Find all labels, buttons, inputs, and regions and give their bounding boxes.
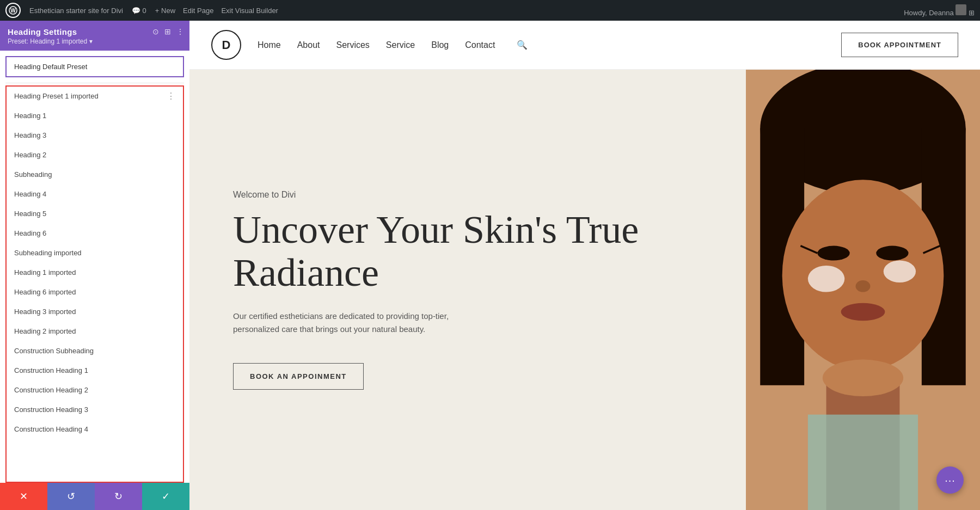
svg-point-14 — [884, 261, 916, 282]
save-button[interactable]: ✓ — [142, 483, 189, 510]
list-item[interactable]: Heading Preset 1 imported ⋮ — [7, 87, 183, 106]
svg-point-11 — [856, 280, 871, 292]
new-post-button[interactable]: + New — [155, 7, 175, 15]
item-dots-icon[interactable]: ⋮ — [167, 91, 175, 101]
exit-builder-button[interactable]: Exit Visual Builder — [221, 7, 278, 15]
list-item[interactable]: Construction Subheading ⋮ — [7, 341, 183, 361]
site-name[interactable]: Esthetician starter site for Divi — [29, 7, 123, 15]
svg-point-7 — [817, 246, 849, 261]
grid-icon[interactable]: ⊞ — [164, 27, 171, 36]
user-avatar[interactable] — [955, 4, 966, 15]
welcome-text: Welcome to Divi — [233, 190, 702, 200]
redo-icon: ↻ — [114, 490, 122, 502]
svg-point-8 — [876, 246, 908, 261]
site-preview: D Home About Services Service Blog Conta… — [189, 21, 980, 510]
undo-icon: ↺ — [67, 490, 75, 502]
svg-point-12 — [841, 303, 885, 321]
site-logo: D — [211, 30, 241, 60]
header-icon-group: ⊙ ⊞ ⋮ — [152, 27, 184, 36]
list-item[interactable]: Construction Heading 4 ⋮ — [7, 420, 183, 439]
hero-content: Welcome to Divi Uncover Your Skin's True… — [189, 70, 746, 510]
hero-cta-button[interactable]: BOOK AN APPOINMENT — [233, 363, 364, 390]
fab-button[interactable]: ··· — [936, 466, 964, 494]
list-item[interactable]: Construction Heading 2 ⋮ — [7, 380, 183, 400]
hero-title: Uncover Your Skin's True Radiance — [233, 208, 702, 294]
list-item[interactable]: Construction Heading 3 ⋮ — [7, 400, 183, 420]
hero-image — [746, 70, 980, 510]
fab-icon: ··· — [945, 474, 955, 487]
close-icon: ✕ — [20, 490, 28, 502]
svg-point-6 — [782, 180, 944, 371]
book-appointment-button[interactable]: BOOK APPOINTMENT — [841, 33, 958, 57]
close-button[interactable]: ✕ — [0, 483, 47, 510]
svg-point-13 — [808, 266, 844, 292]
list-item[interactable]: Heading 3 ⋮ — [7, 126, 183, 145]
save-icon: ✓ — [162, 490, 170, 502]
list-item[interactable]: Heading 5 ⋮ — [7, 204, 183, 224]
screen-options-icon[interactable]: ⊞ — [969, 9, 975, 17]
nav-services[interactable]: Services — [336, 40, 370, 50]
nav-links: Home About Services Service Blog Contact… — [258, 40, 528, 50]
preset-subtitle[interactable]: Preset: Heading 1 imported ▾ — [8, 38, 182, 45]
hero-section: Welcome to Divi Uncover Your Skin's True… — [189, 70, 980, 510]
list-item[interactable]: Construction Heading 1 ⋮ — [7, 361, 183, 380]
bottom-toolbar: ✕ ↺ ↻ ✓ — [0, 483, 189, 510]
svg-text:W: W — [10, 8, 16, 14]
nav-contact[interactable]: Contact — [465, 40, 495, 50]
nav-blog[interactable]: Blog — [431, 40, 449, 50]
sidebar-header: Heading Settings Preset: Heading 1 impor… — [0, 21, 189, 51]
nav-about[interactable]: About — [297, 40, 320, 50]
howdy-label: Howdy, Deanna ⊞ — [904, 4, 975, 17]
more-options-icon[interactable]: ⋮ — [176, 27, 184, 36]
sidebar-panel: Heading Settings Preset: Heading 1 impor… — [0, 21, 189, 510]
wp-logo-icon[interactable]: W — [5, 3, 21, 18]
fullscreen-icon[interactable]: ⊙ — [152, 27, 159, 36]
presets-dropdown[interactable]: Heading Preset 1 imported ⋮ Heading 1 ⋮ … — [5, 85, 184, 483]
preset-divider — [5, 83, 184, 83]
list-item[interactable]: Heading 4 ⋮ — [7, 185, 183, 204]
nav-service[interactable]: Service — [386, 40, 415, 50]
list-item[interactable]: Subheading ⋮ — [7, 165, 183, 185]
admin-bar-actions: + New Edit Page Exit Visual Builder — [155, 7, 278, 15]
list-item[interactable]: Heading 1 ⋮ — [7, 106, 183, 126]
list-item[interactable]: Heading 1 imported ⋮ — [7, 263, 183, 282]
hero-description: Our certified estheticians are dedicated… — [233, 310, 462, 336]
redo-button[interactable]: ↻ — [95, 483, 142, 510]
list-item[interactable]: Heading 6 imported ⋮ — [7, 282, 183, 302]
list-item[interactable]: Heading 2 imported ⋮ — [7, 322, 183, 341]
comment-count[interactable]: 💬 0 — [132, 7, 146, 15]
svg-point-17 — [823, 360, 903, 396]
list-item[interactable]: Heading 3 imported ⋮ — [7, 302, 183, 322]
search-icon[interactable]: 🔍 — [517, 40, 528, 50]
list-item[interactable]: Heading 6 ⋮ — [7, 224, 183, 243]
list-item[interactable]: Heading 2 ⋮ — [7, 145, 183, 165]
main-layout: Heading Settings Preset: Heading 1 impor… — [0, 21, 980, 510]
svg-rect-16 — [808, 415, 918, 510]
nav-home[interactable]: Home — [258, 40, 281, 50]
edit-page-button[interactable]: Edit Page — [183, 7, 213, 15]
admin-bar: W Esthetician starter site for Divi 💬 0 … — [0, 0, 980, 21]
preset-chevron-icon: ▾ — [89, 38, 93, 45]
default-preset-item[interactable]: Heading Default Preset — [5, 56, 184, 77]
site-navigation: D Home About Services Service Blog Conta… — [189, 21, 980, 70]
list-item[interactable]: Subheading imported ⋮ — [7, 243, 183, 263]
undo-button[interactable]: ↺ — [47, 483, 95, 510]
